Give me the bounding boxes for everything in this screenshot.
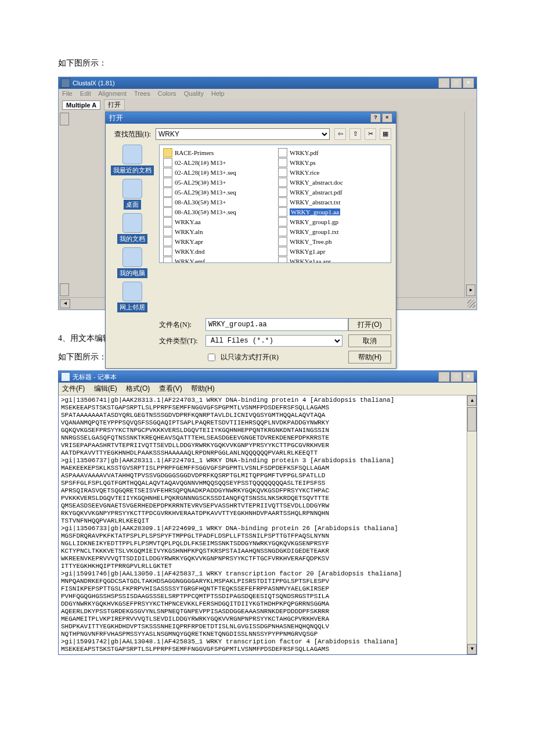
cancel-button[interactable]: 取消 [348, 334, 391, 347]
gutter-bottom [60, 283, 69, 296]
file-item[interactable]: 08-AL30(5#) M13+.seq [163, 207, 272, 217]
scroll-up-icon[interactable]: ▴ [467, 395, 477, 406]
place-documents[interactable]: 我的文档 [117, 213, 147, 244]
dialog-help-button[interactable]: ? [370, 113, 381, 123]
filetype-select[interactable]: All Files (*.*) [205, 335, 342, 347]
file-item[interactable]: WRKY.aa [163, 217, 272, 226]
menu-bar[interactable]: File Edit Alignment Trees Colors Quality… [59, 89, 477, 98]
dialog-titlebar[interactable]: 打开 ? × [106, 112, 396, 124]
np-vertical-scrollbar[interactable]: ▴ ▾ [467, 395, 477, 654]
file-item[interactable]: WRKYg1aa.apr [278, 256, 387, 263]
np-maximize-button[interactable]: □ [450, 372, 462, 382]
nav-views-icon[interactable]: ▦ [380, 128, 391, 140]
titlebar[interactable]: ClustalX (1.81) _ □ × [59, 77, 477, 89]
alignment-mode[interactable]: Multiple A [62, 100, 100, 110]
notepad-titlebar[interactable]: 无标题 - 记事本 _ □ × [59, 371, 477, 383]
file-item[interactable]: WRKY_abstract.doc [278, 177, 387, 187]
scroll-right-icon[interactable]: ▸ [466, 285, 475, 296]
np-close-button[interactable]: × [463, 372, 474, 382]
np-minimize-button[interactable]: _ [438, 372, 450, 382]
file-list[interactable]: RACE-Primers02-AL28(1#) M13+02-AL28(1#) … [159, 145, 391, 263]
close-button[interactable]: × [463, 78, 474, 88]
maximize-button[interactable]: □ [450, 78, 462, 88]
lookin-select[interactable]: WRKY [156, 128, 330, 140]
file-item[interactable]: WRKY_abstract.txt [278, 197, 387, 207]
file-item[interactable]: WRKY_group1.txt [278, 226, 387, 236]
file-item[interactable]: 02-AL28(1#) M13+.seq [163, 167, 272, 177]
toolbar: Multiple A 打开 [59, 98, 477, 111]
file-name: WRKY_abstract.txt [290, 199, 341, 206]
file-item[interactable]: WRKY.dnd [163, 246, 272, 256]
file-name: 08-AL30(5#) M13+ [175, 199, 226, 206]
np-menu-file[interactable]: 文件(F) [62, 384, 85, 393]
file-name: WRKY_group1.aa [290, 208, 340, 215]
menu-colors[interactable]: Colors [158, 90, 176, 97]
file-item[interactable]: WRKY.pdf [278, 147, 387, 157]
nav-newfolder-icon[interactable]: ✂ [365, 128, 376, 140]
file-item[interactable]: WRKY_group1.gp [278, 217, 387, 226]
filename-input[interactable] [205, 318, 348, 331]
scroll-down-icon[interactable]: ▾ [467, 644, 477, 654]
file-icon [163, 168, 172, 177]
np-menu-edit[interactable]: 编辑(E) [94, 384, 117, 393]
open-button[interactable]: 打开(O) [348, 318, 391, 331]
place-desktop[interactable]: 桌面 [122, 179, 142, 210]
clustalx-window: ClustalX (1.81) _ □ × File Edit Alignmen… [58, 77, 477, 310]
file-icon [278, 148, 287, 157]
folder-icon [163, 148, 172, 157]
dialog-title: 打开 [109, 113, 369, 123]
file-item[interactable]: WRKY_abstract.pdf [278, 187, 387, 197]
place-network[interactable]: 网上邻居 [117, 282, 147, 312]
file-item[interactable]: WRKY_group1.aa [278, 207, 387, 217]
file-item[interactable]: 08-AL30(5#) M13+ [163, 197, 272, 207]
font-button[interactable]: 打开 [104, 99, 125, 110]
file-name: WRKY_group1.gp [290, 218, 338, 225]
file-name: 02-AL28(1#) M13+.seq [175, 169, 236, 176]
dialog-close-button[interactable]: × [382, 113, 392, 123]
notepad-text-area[interactable]: >gi|13506741|gb|AAK28313.1|AF224703_1 WR… [59, 395, 467, 654]
file-name: WRKY.apr [175, 238, 203, 245]
file-item[interactable]: WRKY_Tree.ph [278, 236, 387, 246]
file-icon [163, 237, 172, 246]
minimize-button[interactable]: _ [438, 78, 450, 88]
menu-quality[interactable]: Quality [184, 90, 204, 97]
file-item[interactable]: WRKY.ps [278, 157, 387, 167]
file-item[interactable]: WRKY.apr [163, 236, 272, 246]
menu-edit[interactable]: Edit [80, 90, 91, 97]
file-item[interactable]: 05-AL29(3#) M13+.seq [163, 187, 272, 197]
file-item[interactable]: 02-AL28(1#) M13+ [163, 157, 272, 167]
np-menu-view[interactable]: 查看(V) [159, 384, 182, 393]
file-item[interactable]: RACE-Primers [163, 147, 272, 157]
file-name: WRKY.rice [290, 169, 319, 176]
window-title: ClustalX (1.81) [73, 80, 438, 87]
filetype-label: 文件类型(T): [159, 336, 200, 346]
help-button[interactable]: 帮助(H) [348, 351, 391, 363]
nav-back-icon[interactable]: ⇦ [334, 128, 346, 140]
file-name: WRKY.pdf [290, 149, 319, 156]
menu-help[interactable]: Help [211, 90, 225, 97]
file-name: WRKYg1aa.apr [290, 258, 331, 264]
file-name: 05-AL29(3#) M13+ [175, 179, 226, 186]
menu-trees[interactable]: Trees [134, 90, 150, 97]
np-menu-help[interactable]: 帮助(H) [191, 384, 215, 393]
notepad-menu[interactable]: 文件(F) 编辑(E) 格式(O) 查看(V) 帮助(H) [59, 383, 477, 395]
menu-alignment[interactable]: Alignment [98, 90, 127, 97]
scroll-left-icon[interactable]: ◂ [60, 299, 70, 308]
place-recent[interactable]: 我最近的文档 [111, 145, 154, 175]
file-icon [278, 168, 287, 177]
right-scrollbar[interactable]: ▸ [464, 111, 477, 297]
file-item[interactable]: 05-AL29(3#) M13+ [163, 177, 272, 187]
file-item[interactable]: WRKY.aln [163, 226, 272, 236]
file-name: WRKY.emf [175, 258, 205, 264]
place-computer[interactable]: 我的电脑 [117, 247, 147, 278]
file-icon [278, 247, 287, 256]
file-item[interactable]: WRKY.emf [163, 256, 272, 263]
file-item[interactable]: WRKY.rice [278, 167, 387, 177]
resize-grip[interactable] [467, 300, 475, 308]
scroll-thumb[interactable] [467, 407, 477, 431]
readonly-checkbox[interactable] [208, 354, 215, 361]
np-menu-format[interactable]: 格式(O) [126, 384, 150, 393]
menu-file[interactable]: File [62, 90, 73, 97]
nav-up-icon[interactable]: ⇧ [349, 128, 361, 140]
file-item[interactable]: WRKYg1.apr [278, 246, 387, 256]
